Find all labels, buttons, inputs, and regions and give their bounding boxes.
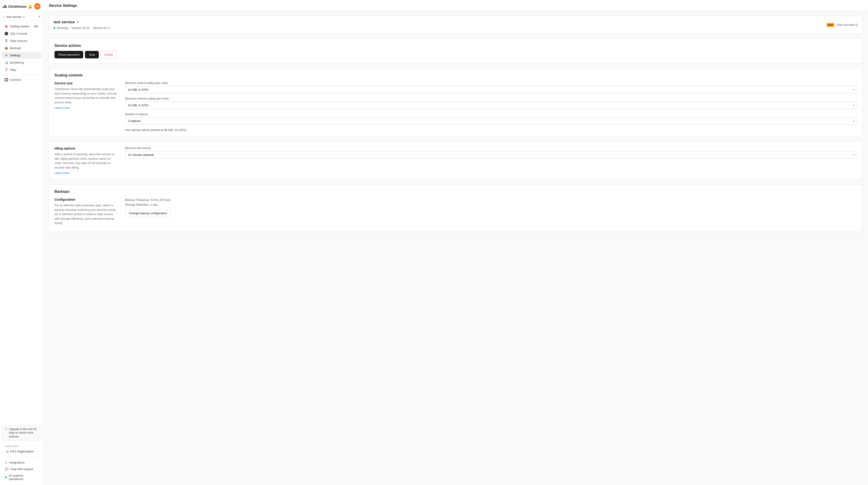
- header-actions: 🔔 DA: [28, 3, 40, 9]
- backups-section: Backups Configuration For an effective d…: [49, 184, 863, 232]
- idle-timeout-label: Minimum idle timeout: [125, 147, 857, 150]
- sidebar-header: ClickHouse 🔔 DA: [0, 0, 43, 13]
- reset-password-button[interactable]: Reset password: [55, 51, 83, 58]
- copy-service-id-icon[interactable]: ⧉: [108, 26, 110, 30]
- all-systems-link[interactable]: All systems operational: [3, 472, 40, 482]
- upgrade-box-header: ⏱ Upgrade in the next 30 days to unlock …: [5, 427, 38, 439]
- logo-bar-4: [6, 6, 7, 8]
- sidebar-nav: 🔖 Getting started 1/5 ⬛ SQL Console 🗄 Da…: [0, 21, 43, 423]
- pinned-note: Your service will be pinned at 48 GiB, 1…: [125, 128, 857, 132]
- min-vertical-select-wrapper: 8 GiB, 2 vCPU 16 GiB, 4 vCPU 32 GiB, 8 v…: [125, 86, 857, 93]
- service-card-left: test service ✏ Running • Version 24.10 •…: [54, 20, 110, 30]
- service-card: test service ✏ Running • Version 24.10 •…: [49, 16, 863, 34]
- sidebar-item-getting-started[interactable]: 🔖 Getting started 1/5: [1, 23, 42, 30]
- idle-timeout-group: Minimum idle timeout 5 minutes 10 minute…: [125, 147, 857, 159]
- change-backup-button[interactable]: Change backup configuration: [125, 209, 171, 217]
- service-actions-section: Service actions Reset password Stop Dele…: [49, 38, 863, 63]
- nav-label-help: Help: [10, 68, 16, 72]
- nav-label-sql-console: SQL Console: [10, 32, 27, 35]
- sidebar-item-backups[interactable]: 📦 Backups: [1, 45, 42, 52]
- bottom-divider: [4, 457, 39, 457]
- chat-support-link[interactable]: 💬 Chat with support: [3, 466, 40, 472]
- backup-retention: Storage Retention: 1 day: [125, 202, 857, 207]
- stop-button[interactable]: Stop: [85, 51, 99, 58]
- backups-description-panel: Configuration For an effective data prot…: [55, 198, 118, 227]
- notifications-icon[interactable]: 🔔: [28, 4, 32, 8]
- backups-icon: 📦: [4, 46, 8, 50]
- connect-icon: 🔲: [4, 78, 8, 81]
- idle-timeout-select[interactable]: 5 minutes 10 minutes 15 minutes (default…: [125, 151, 857, 159]
- upgrade-icon: ⏱: [5, 428, 8, 431]
- org-section: Organization 🗂 DA's Organization ›: [2, 444, 41, 455]
- sidebar-links: ⬡ Integrations 💬 Chat with support All s…: [2, 458, 41, 483]
- scaling-description-panel: Service size ClickHouse Cloud will autom…: [55, 81, 118, 132]
- edit-service-icon[interactable]: ✏: [76, 21, 79, 24]
- nav-label-backups: Backups: [10, 46, 21, 50]
- integrations-icon: ⬡: [5, 461, 7, 464]
- sidebar-item-sql-console[interactable]: ⬛ SQL Console: [1, 30, 42, 37]
- service-name-display: ⚏ test service ⇅: [3, 15, 25, 19]
- logo-bar-3: [5, 5, 6, 8]
- min-vertical-group: Minimum vertical scaling (per node) 8 Gi…: [125, 81, 857, 93]
- page-title: Service Settings: [49, 4, 77, 7]
- sidebar: ClickHouse 🔔 DA ⚏ test service ⇅ + 🔖 Get…: [0, 0, 43, 485]
- service-display-name: test service: [54, 20, 75, 24]
- min-vertical-select[interactable]: 8 GiB, 2 vCPU 16 GiB, 4 vCPU 32 GiB, 8 v…: [125, 86, 857, 93]
- nav-label-data-sources: Data sources: [10, 39, 27, 42]
- backup-frequency-info: Backup Frequency: Every 24 hours Storage…: [125, 198, 857, 207]
- service-actions-title: Service actions: [55, 44, 857, 48]
- sidebar-item-connect[interactable]: 🔲 Connect: [1, 76, 42, 83]
- selector-arrows-icon: ⇅: [23, 16, 25, 18]
- sql-console-icon: ⬛: [4, 32, 8, 35]
- upgrade-text: Upgrade in the next 30 days to unlock mo…: [9, 427, 38, 439]
- idle-timeout-select-wrapper: 5 minutes 10 minutes 15 minutes (default…: [125, 151, 857, 159]
- idling-description-panel: Idling options After a period of inactiv…: [55, 147, 118, 175]
- idling-controls-panel: Minimum idle timeout 5 minutes 10 minute…: [125, 147, 857, 175]
- avatar[interactable]: DA: [34, 3, 40, 9]
- max-vertical-select[interactable]: 8 GiB, 2 vCPU 16 GiB, 4 vCPU 32 GiB, 8 v…: [125, 102, 857, 109]
- backup-config-title: Configuration: [55, 198, 118, 201]
- status-dot-icon: [5, 477, 7, 478]
- add-service-button[interactable]: +: [38, 15, 40, 19]
- sidebar-item-help[interactable]: ❓ Help: [1, 66, 42, 73]
- upgrade-box: ⏱ Upgrade in the next 30 days to unlock …: [2, 425, 41, 441]
- service-actions-buttons: Reset password Stop Delete: [55, 51, 857, 58]
- all-systems-label: All systems operational: [8, 474, 38, 481]
- chat-icon: 💬: [5, 467, 8, 471]
- idling-section: Idling options After a period of inactiv…: [49, 141, 863, 180]
- backup-description: For an effective data protection plan, s…: [55, 203, 118, 225]
- scaling-title: Scaling controls: [55, 73, 857, 77]
- sidebar-item-settings[interactable]: ⚙ Settings: [1, 52, 42, 59]
- integrations-label: Integrations: [9, 461, 25, 464]
- replicas-label: Number of replicas: [125, 113, 857, 116]
- service-selector-name: test service: [6, 15, 22, 19]
- nav-badge-getting-started: 1/5: [33, 25, 39, 28]
- idling-row: Idling options After a period of inactiv…: [55, 147, 857, 175]
- idling-description: After a period of inactivity, allow this…: [55, 152, 118, 170]
- org-chevron-icon: ›: [36, 450, 37, 453]
- delete-button[interactable]: Delete: [101, 51, 117, 58]
- nav-label-settings: Settings: [10, 54, 21, 57]
- org-icon: 🗂: [6, 450, 9, 453]
- logo-icon: [3, 5, 7, 8]
- sidebar-item-data-sources[interactable]: 🗄 Data sources: [1, 37, 42, 44]
- sidebar-bottom: ⏱ Upgrade in the next 30 days to unlock …: [0, 423, 43, 485]
- help-icon: ❓: [4, 68, 8, 72]
- sidebar-item-monitoring[interactable]: 📊 Monitoring: [1, 59, 42, 66]
- backup-frequency: Backup Frequency: Every 24 hours: [125, 198, 857, 202]
- idling-learn-more[interactable]: Learn more: [55, 171, 69, 175]
- service-card-right: aws Ohio (us-east-2): [827, 23, 858, 27]
- replicas-select[interactable]: 1 replica 2 replicas 3 replicas: [125, 117, 857, 125]
- integrations-link[interactable]: ⬡ Integrations: [3, 459, 40, 466]
- service-selector[interactable]: ⚏ test service ⇅ +: [0, 13, 43, 21]
- org-item[interactable]: 🗂 DA's Organization ›: [4, 448, 39, 454]
- logo-bar-2: [4, 6, 4, 8]
- backups-title: Backups: [55, 190, 857, 194]
- replicas-group: Number of replicas 1 replica 2 replicas …: [125, 113, 857, 125]
- scaling-learn-more[interactable]: Learn more: [55, 106, 69, 110]
- backups-controls-panel: Backup Frequency: Every 24 hours Storage…: [125, 198, 857, 227]
- main-content: Service Settings test service ✏ Running …: [43, 0, 868, 485]
- logo-bar-1: [3, 6, 3, 8]
- max-vertical-group: Maximum vertical scaling (per node) 8 Gi…: [125, 97, 857, 109]
- chat-label: Chat with support: [10, 467, 33, 471]
